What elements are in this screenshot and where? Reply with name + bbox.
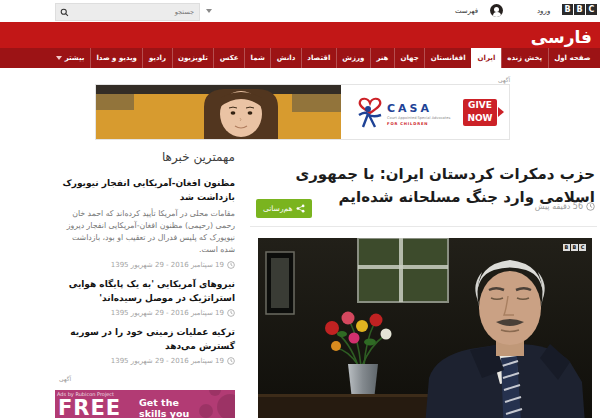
- nav-item[interactable]: ورزش: [336, 48, 370, 68]
- casa-logo-icon: [355, 95, 385, 129]
- nav-item[interactable]: بیشتر: [50, 48, 90, 68]
- top-ad-banner[interactable]: CASA Court Appointed Special Advocates F…: [95, 84, 510, 140]
- article-video-image[interactable]: B B C: [258, 238, 592, 418]
- most-important-news-sidebar: مهمترین خبرها مظنون افغان-آمریکایی انفجا…: [55, 150, 235, 382]
- clock-icon: [586, 202, 595, 211]
- sidebar-news-item: ترکیه عملیات زمینی خود را در سوریه گسترش…: [55, 326, 235, 365]
- share-button-label: هم‌رسانی: [263, 204, 292, 213]
- share-button[interactable]: هم‌رسانی: [256, 199, 312, 218]
- nav-item-label: عکس: [220, 48, 239, 68]
- sidebar-news-item: نیروهای آمریکایی 'به یک پایگاه هوایی است…: [55, 278, 235, 317]
- news-item-timestamp-text: 19 سپتامبر 2016 - 29 شهریور 1395: [111, 261, 224, 269]
- nav-item-label: هنر: [376, 48, 388, 68]
- news-item-title[interactable]: نیروهای آمریکایی 'به یک پایگاه هوایی است…: [55, 278, 235, 305]
- nav-item-label: صفحه اول: [554, 48, 590, 68]
- casa-name: CASA: [387, 103, 450, 114]
- news-item-timestamp: 19 سپتامبر 2016 - 29 شهریور 1395: [55, 357, 235, 365]
- nav-item-label: جهان: [400, 48, 418, 68]
- ad-free-text: FREE: [58, 396, 121, 418]
- nav-item-label: شما: [251, 48, 265, 68]
- nav-item-label: رادیو: [149, 48, 166, 68]
- clock-icon: [227, 261, 235, 269]
- nav-item[interactable]: رادیو: [142, 48, 171, 68]
- nav-item-label: اقتصاد: [307, 48, 330, 68]
- news-item-timestamp-text: 19 سپتامبر 2016 - 29 شهریور 1395: [111, 309, 224, 317]
- utility-bar: فهرست ورود B B C: [0, 0, 600, 22]
- give-now-button[interactable]: GIVE NOW: [463, 99, 497, 126]
- share-icon: [296, 204, 305, 213]
- nav-item-label: بیشتر: [65, 48, 85, 68]
- ad-line2: skills you: [139, 408, 189, 418]
- casa-subtitle2: FOR CHILDREN: [387, 121, 450, 126]
- ad-label-side: آگهی: [55, 375, 235, 382]
- nav-item[interactable]: شما: [244, 48, 270, 68]
- news-item-timestamp: 19 سپتامبر 2016 - 29 شهریور 1395: [55, 309, 235, 317]
- news-item-title[interactable]: مظنون افغان-آمریکایی انفجار نیویورک بازد…: [55, 177, 235, 204]
- bbc-watermark: B B C: [563, 244, 586, 251]
- nav-item[interactable]: اقتصاد: [301, 48, 336, 68]
- nav-item[interactable]: صفحه اول: [548, 48, 596, 68]
- nav-item-label: ویدیو و صدا: [96, 48, 136, 68]
- brand-title[interactable]: فارسی: [531, 24, 592, 50]
- nav-item[interactable]: هنر: [370, 48, 394, 68]
- sidebar-news-item: مظنون افغان-آمریکایی انفجار نیویورک بازد…: [55, 177, 235, 269]
- nav-item-label: ورزش: [342, 48, 364, 68]
- nav-item[interactable]: پخش زنده: [501, 48, 548, 68]
- nav-item[interactable]: دانش: [270, 48, 301, 68]
- news-item-timestamp-text: 19 سپتامبر 2016 - 29 شهریور 1395: [111, 357, 224, 365]
- bbc-logo[interactable]: B B C: [562, 4, 597, 15]
- give-now-arrow-icon: [498, 107, 504, 117]
- article-timestamp-text: 56 دقیقه پیش: [535, 202, 583, 211]
- casa-subtitle: Court Appointed Special Advocates: [387, 116, 450, 120]
- nav-item[interactable]: ایران: [471, 48, 501, 68]
- sidebar-title: مهمترین خبرها: [55, 150, 235, 164]
- nav-item[interactable]: عکس: [213, 48, 244, 68]
- masthead: [0, 22, 600, 48]
- sidebar-news-list: مظنون افغان-آمریکایی انفجار نیویورک بازد…: [55, 177, 235, 365]
- nav-item[interactable]: تلویزیون: [172, 48, 214, 68]
- nav-item-label: افغانستان: [431, 48, 466, 68]
- ad-label-top: آگهی: [498, 76, 510, 83]
- signin-link[interactable]: ورود: [537, 7, 550, 15]
- nav-item[interactable]: ویدیو و صدا: [90, 48, 142, 68]
- ad-line1: Get the: [139, 397, 179, 408]
- ad-girl-photo: [96, 85, 341, 139]
- news-item-title[interactable]: ترکیه عملیات زمینی خود را در سوریه گسترش…: [55, 326, 235, 353]
- bbc-persian-page: { "topbar": { "search_placeholder": "جست…: [0, 0, 600, 418]
- news-item-timestamp: 19 سپتامبر 2016 - 29 شهریور 1395: [55, 261, 235, 269]
- nav-item-label: پخش زنده: [507, 48, 542, 68]
- divider: [250, 226, 597, 227]
- edition-dropdown-icon[interactable]: [206, 9, 212, 13]
- menu-link[interactable]: فهرست: [455, 7, 478, 15]
- nav-item-label: تلویزیون: [178, 48, 208, 68]
- section-nav: صفحه اول پخش زنده ایران افغانستان جهان ه…: [0, 48, 600, 68]
- ad-casa-panel: CASA Court Appointed Special Advocates F…: [341, 85, 509, 139]
- search-icon: [60, 8, 69, 17]
- account-icon[interactable]: [490, 4, 503, 17]
- chevron-down-icon: [56, 56, 62, 60]
- clock-icon: [227, 357, 235, 365]
- nav-item-label: دانش: [277, 48, 296, 68]
- bottom-ad-banner[interactable]: Ads by Rubicon Project FREE Get the skil…: [55, 390, 235, 418]
- nav-item[interactable]: افغانستان: [424, 48, 471, 68]
- nav-item-label: ایران: [478, 48, 496, 68]
- clock-icon: [227, 309, 235, 317]
- article-timestamp: 56 دقیقه پیش: [535, 202, 595, 211]
- nav-item[interactable]: جهان: [394, 48, 424, 68]
- search-box[interactable]: [55, 3, 200, 21]
- search-input[interactable]: [69, 8, 199, 16]
- news-item-summary: مقامات محلی در آمریکا تأیید کرده‌اند که …: [55, 208, 235, 256]
